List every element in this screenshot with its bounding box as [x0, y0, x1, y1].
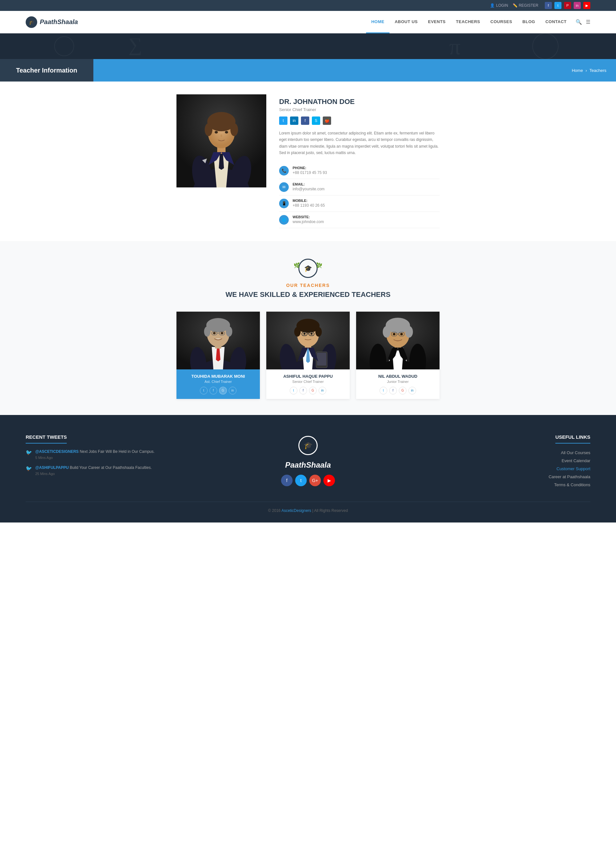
- breadcrumb-separator: ›: [585, 68, 587, 73]
- copyright-year: © 2016: [268, 508, 281, 513]
- svg-rect-57: [317, 353, 326, 366]
- footer-logo-circle: 🎓: [298, 436, 318, 455]
- teacher-twitter[interactable]: t: [279, 116, 287, 125]
- teacher-3-socials: t f G in: [361, 387, 435, 394]
- teacher-2-socials: t f G in: [271, 387, 345, 394]
- svg-point-75: [393, 333, 396, 335]
- useful-links-section: USEFUL LINKS All Our Courses Event Calen…: [411, 434, 590, 489]
- facebook-icon[interactable]: f: [545, 2, 552, 9]
- instagram-icon[interactable]: in: [573, 2, 581, 9]
- mobile-icon: 📱: [279, 199, 289, 208]
- teacher-info: DR. JOHNATHON DOE Senior Chief Trainer t…: [279, 94, 440, 228]
- logo-icon: 🎓: [26, 16, 37, 28]
- footer-bottom: © 2016 AsceticDesigners | All Rights Res…: [26, 502, 590, 513]
- nav-about[interactable]: ABOUT US: [390, 11, 423, 33]
- nav-blog[interactable]: BLOG: [517, 11, 540, 33]
- t1-linkedin[interactable]: in: [229, 387, 236, 394]
- teacher-title: Senior Chief Trainer: [279, 107, 440, 112]
- t3-twitter[interactable]: t: [380, 387, 387, 394]
- t1-twitter[interactable]: t: [200, 387, 208, 394]
- teacher-photo: [176, 94, 266, 187]
- top-bar: 👤 LOGIN ✏️ REGISTER f t P in ▶: [0, 0, 616, 11]
- register-link[interactable]: ✏️ REGISTER: [513, 3, 538, 8]
- navbar: 🎓 PaathShaala HOME ABOUT US EVENTS TEACH…: [0, 11, 616, 33]
- nav-teachers[interactable]: TEACHERS: [451, 11, 485, 33]
- nav-contact[interactable]: CONTACT: [540, 11, 572, 33]
- tweet-2: 🐦 @ASHIFULPAPPU Build Your Career at Our…: [26, 465, 205, 476]
- teacher-facebook[interactable]: f: [301, 116, 309, 125]
- teacher-photo-svg: [176, 94, 266, 187]
- t1-facebook[interactable]: f: [210, 387, 217, 394]
- tweet-2-icon: 🐦: [26, 466, 32, 476]
- link-customer-support[interactable]: Customer Support: [411, 465, 590, 473]
- nav-events[interactable]: EVENTS: [423, 11, 451, 33]
- link-career[interactable]: Career at Paathshaala: [411, 473, 590, 481]
- t2-google[interactable]: G: [309, 387, 317, 394]
- logo[interactable]: 🎓 PaathShaala: [26, 16, 366, 28]
- youtube-icon[interactable]: ▶: [583, 2, 590, 9]
- t2-facebook[interactable]: f: [299, 387, 307, 394]
- hero-bg-svg: ∑ π: [0, 33, 616, 59]
- tweet-1-author[interactable]: @ASCETICDESIGNERS: [35, 449, 79, 454]
- top-bar-links: 👤 LOGIN ✏️ REGISTER: [490, 3, 538, 8]
- our-teachers-label: OUR TEACHERS: [6, 283, 610, 288]
- useful-links-title: USEFUL LINKS: [555, 434, 590, 444]
- tweets-title: RECENT TWEETS: [26, 434, 67, 444]
- email-icon: ✉: [279, 182, 289, 192]
- tweet-1-time: 5 Mins Ago: [35, 456, 155, 460]
- footer-twitter[interactable]: t: [295, 475, 307, 486]
- footer-youtube[interactable]: ▶: [323, 475, 335, 486]
- tweet-2-author[interactable]: @ASHIFULPAPPU: [35, 466, 69, 470]
- website-value: www.johndoe.com: [293, 220, 440, 224]
- link-terms[interactable]: Terms & Conditions: [411, 481, 590, 489]
- website-label: WEBSITE:: [293, 215, 440, 219]
- nav-home[interactable]: HOME: [366, 11, 390, 33]
- footer-logo-section: 🎓 PaathShaala f t G+ ▶: [218, 434, 398, 489]
- t3-google[interactable]: G: [399, 387, 406, 394]
- teacher-card-photo-1: [176, 311, 260, 369]
- mobile-value: +88 1193 40 26 65: [293, 203, 440, 208]
- copyright-brand[interactable]: AsceticDesigners: [282, 508, 311, 513]
- breadcrumb-current: Teachers: [590, 68, 606, 73]
- t2-linkedin[interactable]: in: [318, 387, 326, 394]
- teacher-apple[interactable]: 🍎: [323, 116, 331, 125]
- breadcrumb-right: Home › Teachers: [93, 59, 616, 82]
- footer-tweets: RECENT TWEETS 🐦 @ASCETICDESIGNERS Next J…: [26, 434, 205, 489]
- svg-point-54: [304, 333, 306, 335]
- svg-point-16: [230, 123, 238, 136]
- link-event-calendar[interactable]: Event Calendar: [411, 457, 590, 465]
- t3-linkedin[interactable]: in: [408, 387, 416, 394]
- footer-social-row: f t G+ ▶: [218, 475, 398, 486]
- menu-icon[interactable]: ☰: [586, 19, 590, 25]
- twitter-icon[interactable]: t: [554, 2, 562, 9]
- t2-twitter[interactable]: t: [290, 387, 298, 394]
- svg-point-34: [213, 332, 216, 334]
- login-link[interactable]: 👤 LOGIN: [490, 3, 508, 8]
- teacher-name: DR. JOHNATHON DOE: [279, 98, 440, 106]
- search-icon[interactable]: 🔍: [576, 19, 582, 25]
- pinterest-icon[interactable]: P: [564, 2, 571, 9]
- svg-text:∑: ∑: [128, 34, 142, 55]
- website-row: 🌐 WEBSITE: www.johndoe.com: [279, 212, 440, 228]
- footer: RECENT TWEETS 🐦 @ASCETICDESIGNERS Next J…: [0, 415, 616, 523]
- svg-point-35: [221, 332, 223, 334]
- t3-facebook[interactable]: f: [389, 387, 397, 394]
- email-label: EMAIL:: [293, 182, 440, 186]
- nav-courses[interactable]: COURSES: [485, 11, 518, 33]
- svg-text:π: π: [449, 34, 461, 59]
- teacher-linkedin[interactable]: in: [290, 116, 298, 125]
- teacher-card-footer-1: TOUHIDA MUBARAK MONI Ast. Chief Trainer …: [176, 369, 260, 399]
- website-icon: 🌐: [279, 215, 289, 225]
- teacher-skype[interactable]: S: [312, 116, 320, 125]
- teachers-section: 🎓 OUR TEACHERS WE HAVE SKILLED & EXPERIE…: [0, 241, 616, 415]
- tweet-1: 🐦 @ASCETICDESIGNERS Next Jobs Fair Will …: [26, 449, 205, 460]
- breadcrumb-home[interactable]: Home: [572, 68, 583, 73]
- teacher-3-role: Junior Trainer: [361, 380, 435, 383]
- footer-googleplus[interactable]: G+: [309, 475, 321, 486]
- phone-label: PHONE:: [293, 166, 440, 170]
- teacher-1-name: TOUHIDA MUBARAK MONI: [181, 374, 255, 379]
- link-all-courses[interactable]: All Our Courses: [411, 449, 590, 457]
- teacher-card-footer-3: NIL ABDUL WADUD Junior Trainer t f G in: [356, 369, 440, 399]
- t1-google[interactable]: G: [219, 387, 227, 394]
- footer-facebook[interactable]: f: [281, 475, 293, 486]
